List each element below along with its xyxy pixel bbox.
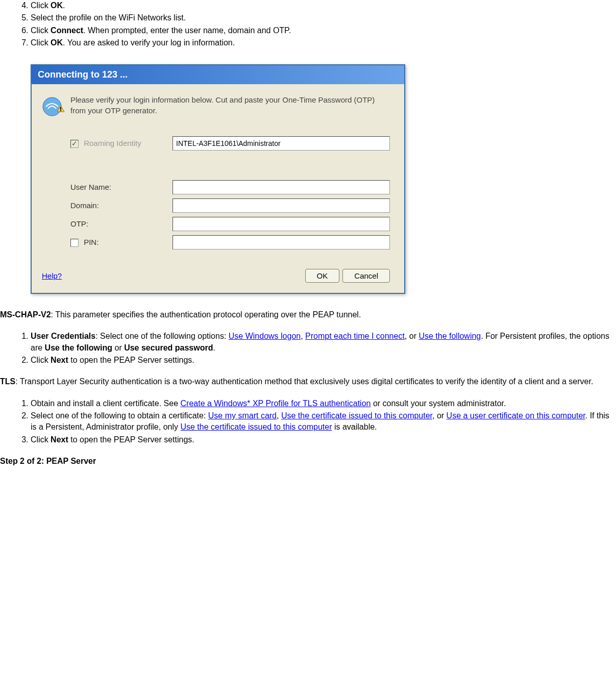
text: to open the PEAP Server settings. — [68, 356, 194, 364]
create-xp-profile-link[interactable]: Create a Windows* XP Profile for TLS aut… — [181, 399, 371, 408]
mschap-title: MS-CHAP-V2 — [0, 310, 51, 319]
use-windows-logon-link[interactable]: Use Windows logon — [229, 332, 301, 340]
text: , — [277, 411, 281, 420]
connecting-dialog: Connecting to 123 ... Please verify your… — [31, 64, 405, 294]
text: , or — [432, 411, 447, 420]
text: : Transport Layer Security authenticatio… — [15, 377, 593, 386]
text-bold: Use the following — [45, 343, 112, 352]
ok-button[interactable]: OK — [305, 269, 340, 283]
roaming-identity-label: ✓ Roaming Identity — [70, 138, 173, 148]
text: to open the PEAP Server settings. — [68, 435, 194, 444]
text-bold: Connect — [51, 26, 83, 35]
text-bold: OK — [51, 1, 63, 10]
text: PIN: — [84, 238, 98, 246]
text: Click — [31, 356, 51, 364]
text: Click — [31, 435, 51, 444]
text-bold: OK — [51, 38, 63, 47]
dialog-titlebar: Connecting to 123 ... — [32, 65, 404, 84]
pin-checkbox[interactable] — [70, 239, 79, 247]
text-bold: User Credentials — [31, 332, 95, 340]
text: Obtain and install a client certificate.… — [31, 399, 181, 408]
use-cert-issued-link[interactable]: Use the certificate issued to this compu… — [281, 411, 432, 420]
help-link[interactable]: Help? — [42, 270, 62, 281]
text: is available. — [332, 422, 377, 431]
domain-label: Domain: — [70, 200, 173, 211]
list-item: Click OK. — [31, 0, 616, 11]
domain-input[interactable] — [173, 198, 390, 213]
text-bold: Use secured password — [124, 343, 213, 352]
use-smart-card-link[interactable]: Use my smart card — [208, 411, 277, 420]
text: Roaming Identity — [84, 139, 141, 147]
mschap-list: User Credentials: Select one of the foll… — [0, 331, 616, 366]
list-item: Select one of the following to obtain a … — [31, 410, 616, 433]
text-bold: Next — [51, 435, 68, 444]
text: Click — [31, 26, 51, 35]
use-following-link[interactable]: Use the following — [418, 332, 481, 340]
text: . — [213, 343, 215, 352]
list-item: Click Connect. When prompted, enter the … — [31, 25, 616, 36]
text: Select one of the following to obtain a … — [31, 411, 208, 420]
username-input[interactable] — [173, 180, 390, 194]
pin-input[interactable] — [173, 235, 390, 249]
text: Click — [31, 38, 51, 47]
text: : This parameter specifies the authentic… — [51, 310, 361, 319]
svg-rect-2 — [60, 107, 61, 110]
dialog-message: Please verify your login information bel… — [70, 94, 390, 116]
text-bold: Next — [51, 356, 68, 364]
svg-rect-3 — [60, 110, 61, 111]
wifi-warning-icon — [42, 94, 70, 254]
prompt-each-time-link[interactable]: Prompt each time I connect — [305, 332, 405, 340]
otp-input[interactable] — [173, 217, 390, 231]
list-item: Click OK. You are asked to verify your l… — [31, 37, 616, 48]
dialog-screenshot: Connecting to 123 ... Please verify your… — [31, 64, 616, 294]
text: . You are asked to verify your log in in… — [63, 38, 235, 47]
text: Click — [31, 1, 51, 10]
pin-label: PIN: — [70, 237, 173, 247]
text: . — [63, 1, 65, 10]
text: . When prompted, enter the user name, do… — [83, 26, 291, 35]
cancel-button[interactable]: Cancel — [342, 269, 390, 283]
tls-title: TLS — [0, 377, 15, 386]
text: , or — [405, 332, 419, 340]
top-instruction-list: Click OK. Select the profile on the WiFi… — [0, 0, 616, 49]
list-item: Click Next to open the PEAP Server setti… — [31, 434, 616, 445]
list-item: Click Next to open the PEAP Server setti… — [31, 355, 616, 366]
use-user-cert-link[interactable]: Use a user certificate on this computer — [447, 411, 585, 420]
mschap-para: MS-CHAP-V2: This parameter specifies the… — [0, 309, 616, 320]
text: or — [112, 343, 124, 352]
username-label: User Name: — [70, 182, 173, 192]
list-item: Select the profile on the WiFi Networks … — [31, 12, 616, 23]
tls-para: TLS: Transport Layer Security authentica… — [0, 376, 616, 387]
dialog-title: Connecting to 123 ... — [38, 69, 128, 80]
otp-label: OTP: — [70, 218, 173, 229]
roaming-identity-input[interactable] — [173, 136, 390, 151]
tls-list: Obtain and install a client certificate.… — [0, 398, 616, 446]
list-item: User Credentials: Select one of the foll… — [31, 331, 616, 354]
roaming-identity-checkbox[interactable]: ✓ — [70, 140, 79, 148]
text: , — [301, 332, 305, 340]
step-heading: Step 2 of 2: PEAP Server — [0, 456, 616, 467]
list-item: Obtain and install a client certificate.… — [31, 398, 616, 409]
text: : Select one of the following options: — [95, 332, 229, 340]
text: or consult your system administrator. — [371, 399, 506, 408]
text: Select the profile on the WiFi Networks … — [31, 13, 186, 22]
use-cert-issued-link-2[interactable]: Use the certificate issued to this compu… — [180, 422, 332, 431]
